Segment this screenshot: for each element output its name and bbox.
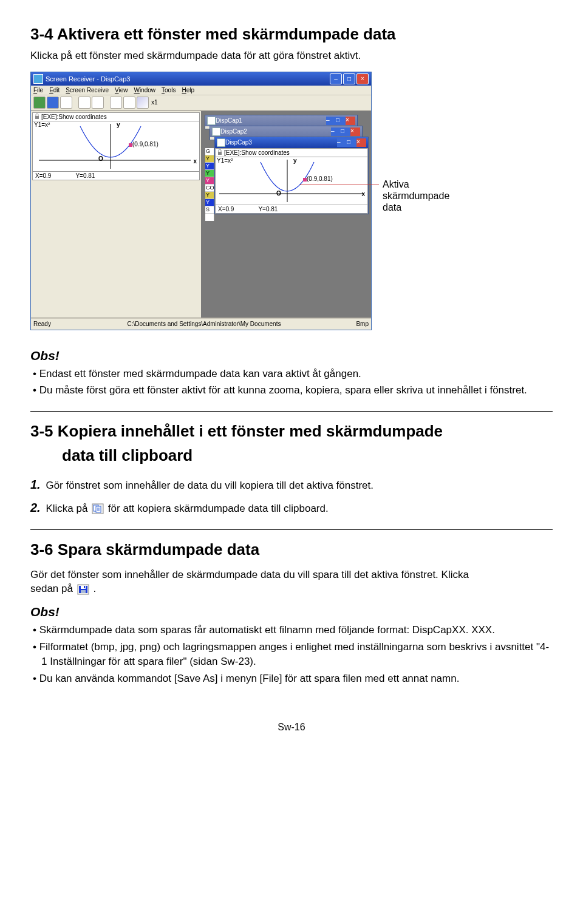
menu-window[interactable]: Window (134, 87, 155, 93)
maximize-button[interactable]: □ (343, 73, 355, 84)
app-icon (33, 74, 43, 84)
menu-tools[interactable]: Tools (162, 87, 176, 93)
callout-line2: data (383, 202, 401, 212)
svg-rect-0 (35, 116, 39, 119)
menu-view[interactable]: View (115, 87, 128, 93)
menu-screen-receive[interactable]: Screen Receive (66, 87, 109, 93)
step-1: 1. Gör fönstret som innehåller de data d… (30, 476, 553, 493)
status-format: Bmp (338, 321, 369, 327)
note-34-b1: Endast ett fönster med skärmdumpade data… (33, 367, 553, 381)
menu-edit[interactable]: Edit (49, 87, 60, 93)
app-titlebar: Screen Receiver - DispCap3 – □ × (31, 72, 371, 86)
x-value: X=0.9 (35, 172, 51, 179)
divider (30, 529, 553, 530)
menu-bar: File Edit Screen Receive View Window Too… (31, 86, 371, 95)
divider (30, 411, 553, 412)
section-3-5-title-a: 3-5 Kopiera innehållet i ett fönster med… (30, 421, 553, 442)
intro-c: . (93, 583, 96, 594)
status-bar: Ready C:\Documents and Settings\Administ… (31, 318, 371, 330)
toolbar: x1 (31, 95, 371, 110)
close-button[interactable]: × (356, 73, 369, 84)
svg-rect-18 (84, 586, 85, 588)
note-36-b2: Filformatet (bmp, jpg, png) och lagrings… (33, 640, 553, 669)
partial-sidebar: G Y Y Y Y CO Y Y S (205, 148, 214, 221)
child-close[interactable]: × (356, 138, 366, 147)
step2-num: 2. (30, 501, 41, 514)
calc-view-child: [EXE]:Show coordinates Y1=x² y O x (0.9,… (215, 148, 368, 214)
child-min[interactable]: – (326, 117, 336, 125)
toolbar-zoom-label: x1 (151, 99, 158, 106)
svg-rect-4 (218, 152, 222, 155)
section-3-4-title: 3-4 Aktivera ett fönster med skärmdumpad… (30, 24, 553, 45)
parabola-curve (33, 121, 197, 171)
page-number: Sw-16 (30, 722, 553, 733)
note-head-36: Obs! (30, 605, 553, 619)
toolbar-btn[interactable] (47, 97, 59, 109)
toolbar-btn[interactable] (33, 97, 46, 109)
svg-rect-17 (81, 590, 86, 593)
calc-view-left: [EXE]:Show coordinates Y1=x² y O x (0.9,… (32, 112, 200, 180)
callout-line1: Aktiva skärmdumpade (383, 179, 449, 201)
section-3-4-intro: Klicka på ett fönster med skärmdumpade d… (30, 49, 553, 63)
child-max[interactable]: □ (336, 117, 346, 125)
note-36-b3: Du kan använda kommandot [Save As] i men… (33, 671, 553, 686)
svg-rect-3 (129, 143, 132, 147)
step2-text-a: Klicka på (46, 503, 90, 514)
app-window: Screen Receiver - DispCap3 – □ × File Ed… (30, 72, 372, 330)
note-head-34: Obs! (30, 348, 553, 363)
app-title: Screen Receiver - DispCap3 (46, 75, 130, 83)
toolbar-btn[interactable] (92, 97, 104, 109)
toolbar-btn[interactable] (60, 97, 72, 109)
step2-text-b: för att kopiera skärmdumpade data till c… (108, 503, 329, 514)
child-max[interactable]: □ (341, 127, 350, 136)
child-max[interactable]: □ (347, 138, 356, 147)
menu-help[interactable]: Help (182, 87, 194, 93)
child-close[interactable]: × (350, 127, 360, 136)
child-icon (217, 138, 225, 147)
status-path: C:\Documents and Settings\Administrator\… (70, 321, 338, 327)
note-36-b1: Skärmdumpade data som sparas får automat… (33, 623, 553, 637)
parabola-curve (216, 157, 367, 205)
section-3-6-intro: Gör det fönster som innehåller de skärmd… (30, 568, 553, 597)
child-title-1: DispCap1 (216, 117, 242, 124)
child-icon (212, 127, 220, 136)
toolbar-btn[interactable] (110, 97, 122, 109)
menu-file[interactable]: File (33, 87, 43, 93)
toolbar-zoom-icon[interactable] (137, 97, 149, 109)
child-window-3-active[interactable]: DispCap3 – □ × G Y Y Y Y (214, 137, 369, 214)
save-icon (77, 584, 89, 595)
right-pane: DispCap1 – □ × DispCap2 – □ × (201, 111, 371, 318)
callout: Aktiva skärmdumpade data (379, 178, 449, 214)
child-min[interactable]: – (337, 138, 347, 147)
minimize-button[interactable]: – (330, 73, 342, 84)
step1-text: Gör fönstret som innehåller de data du v… (46, 480, 373, 491)
step1-num: 1. (30, 478, 41, 491)
intro-a: Gör det fönster som innehåller de skärmd… (30, 569, 469, 580)
toolbar-btn[interactable] (123, 97, 135, 109)
child-title-3: DispCap3 (225, 139, 252, 146)
step-2: 2. Klicka på för att kopiera skärmdumpad… (30, 499, 553, 516)
copy-icon (92, 503, 104, 514)
calc-head-text: [EXE]:Show coordinates (224, 149, 290, 156)
screenshot-figure: Screen Receiver - DispCap3 – □ × File Ed… (30, 72, 370, 330)
y-value: Y=0.81 (75, 172, 95, 179)
note-34-b2: Du måste först göra ett fönster aktivt f… (33, 383, 553, 398)
left-pane: [EXE]:Show coordinates Y1=x² y O x (0.9,… (31, 111, 201, 318)
calc-head-text: [EXE]:Show coordinates (41, 114, 107, 120)
child-icon (207, 117, 216, 125)
section-3-5-title-b: data till clipboard (30, 446, 553, 466)
toolbar-btn[interactable] (78, 97, 90, 109)
note-36-list: Skärmdumpade data som sparas får automat… (30, 623, 553, 685)
lock-icon (217, 149, 223, 155)
svg-rect-7 (303, 178, 307, 182)
lock-icon (34, 114, 40, 120)
child-close[interactable]: × (346, 117, 355, 125)
note-34-list: Endast ett fönster med skärmdumpade data… (30, 367, 553, 398)
intro-b: sedan på (30, 583, 76, 594)
section-3-6-title: 3-6 Spara skärmdumpade data (30, 540, 553, 560)
child-title-2: DispCap2 (220, 128, 247, 135)
status-ready: Ready (33, 321, 70, 327)
child-min[interactable]: – (331, 127, 341, 136)
